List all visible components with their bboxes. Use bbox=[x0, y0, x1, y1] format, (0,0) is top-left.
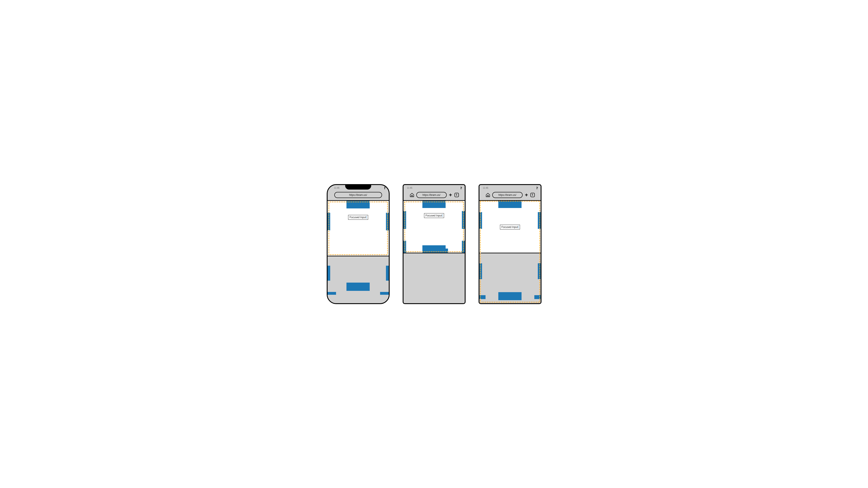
address-bar[interactable]: https://bram.us/ bbox=[416, 192, 447, 198]
text-caret bbox=[442, 214, 442, 217]
visual-viewport-outline bbox=[404, 201, 465, 253]
browser-toolbar: https://bram.us/ bbox=[328, 191, 389, 200]
svg-rect-0 bbox=[329, 202, 388, 255]
text-caret bbox=[366, 216, 367, 219]
battery-icon bbox=[461, 187, 461, 189]
new-tab-icon[interactable]: + bbox=[448, 192, 453, 198]
focused-input-label: Focused Input bbox=[349, 216, 366, 219]
fixed-bar-right-upper bbox=[462, 211, 465, 229]
address-bar-url: https://bram.us/ bbox=[423, 193, 440, 196]
status-bar: 11:45 bbox=[404, 185, 465, 191]
fixed-bar-bottom-under-kb bbox=[346, 283, 370, 291]
viewport-stack: Focused Input bbox=[328, 200, 389, 303]
fixed-bar-left-upper bbox=[404, 211, 406, 229]
fixed-bar-left bbox=[328, 213, 331, 230]
address-bar[interactable]: https://bram.us/ bbox=[492, 192, 523, 198]
fixed-bar-left bbox=[479, 212, 482, 229]
fixed-bar-bottom bbox=[423, 245, 445, 253]
fixed-bar-corner-right bbox=[380, 292, 389, 295]
fixed-bar-top bbox=[498, 201, 522, 208]
tabs-count: 5 bbox=[456, 194, 457, 196]
status-time: 11:45 bbox=[407, 187, 412, 189]
fixed-bar-top bbox=[423, 201, 445, 208]
fixed-bar-right-lower bbox=[462, 241, 465, 253]
address-bar-url: https://bram.us/ bbox=[349, 193, 367, 196]
battery-icon bbox=[384, 187, 385, 189]
svg-rect-1 bbox=[405, 202, 463, 252]
fixed-bar-right-under-kb bbox=[538, 263, 540, 279]
battery-icon bbox=[537, 187, 537, 189]
fixed-bar-corner-left bbox=[479, 295, 486, 299]
viewport-stack: Focused Input bbox=[404, 200, 465, 303]
tabs-count: 5 bbox=[532, 194, 533, 196]
fixed-bar-left-under-kb bbox=[479, 263, 482, 279]
fixed-bar-bottom-under-kb bbox=[498, 292, 522, 300]
viewport-stack: Focused Input bbox=[479, 200, 540, 303]
fixed-bar-bottom-step bbox=[444, 249, 448, 253]
virtual-keyboard[interactable] bbox=[404, 253, 465, 303]
status-bar: 11:45 bbox=[479, 185, 540, 191]
home-icon[interactable] bbox=[409, 192, 414, 198]
fixed-bar-corner-left bbox=[328, 292, 336, 295]
notch bbox=[345, 185, 371, 190]
focused-input-label: Focused Input bbox=[426, 214, 442, 217]
fixed-bar-right bbox=[538, 212, 540, 229]
fixed-bar-right-under-kb bbox=[386, 266, 389, 281]
focused-input-label: Focused Input bbox=[501, 226, 518, 229]
phone-android-overlays: 11:45 https://bram.us/ + 5 Focused Input bbox=[478, 184, 541, 304]
address-bar-url: https://bram.us/ bbox=[498, 193, 516, 196]
fixed-bar-corner-right bbox=[534, 295, 540, 299]
home-icon[interactable] bbox=[485, 192, 491, 198]
focused-input[interactable]: Focused Input bbox=[348, 215, 368, 220]
content-area: Focused Input bbox=[479, 200, 540, 253]
fixed-bar-right bbox=[386, 213, 389, 230]
browser-toolbar: https://bram.us/ + 5 bbox=[404, 191, 465, 200]
tabs-button[interactable]: 5 bbox=[455, 193, 459, 197]
status-time: 11:45 bbox=[334, 187, 340, 189]
fixed-bar-top bbox=[346, 201, 370, 208]
text-caret bbox=[518, 226, 519, 228]
focused-input[interactable]: Focused Input bbox=[424, 213, 444, 218]
content-area: Focused Input bbox=[328, 200, 389, 256]
focused-input[interactable]: Focused Input bbox=[500, 225, 520, 229]
fixed-bar-left-under-kb bbox=[328, 266, 331, 281]
phone-ios-notch: 11:45 https://bram.us/ Focused Input bbox=[327, 184, 390, 304]
fixed-bar-left-lower bbox=[404, 241, 406, 253]
virtual-keyboard[interactable] bbox=[328, 256, 389, 303]
status-time: 11:45 bbox=[483, 187, 488, 189]
visual-viewport-outline bbox=[328, 201, 389, 256]
browser-toolbar: https://bram.us/ + 5 bbox=[479, 191, 540, 200]
phone-android-resizes: 11:45 https://bram.us/ + 5 Focused Input bbox=[403, 184, 466, 304]
virtual-keyboard[interactable] bbox=[479, 253, 540, 303]
address-bar[interactable]: https://bram.us/ bbox=[334, 192, 382, 198]
new-tab-icon[interactable]: + bbox=[524, 192, 529, 198]
content-area: Focused Input bbox=[404, 200, 465, 253]
tabs-button[interactable]: 5 bbox=[530, 193, 535, 197]
